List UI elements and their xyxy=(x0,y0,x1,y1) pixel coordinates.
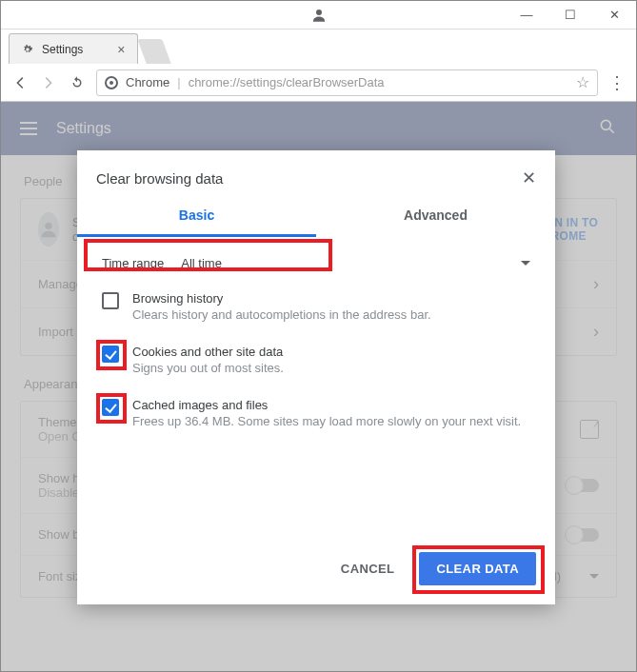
dropdown-icon xyxy=(521,261,530,266)
close-icon[interactable]: ✕ xyxy=(522,168,536,188)
option-cache: Cached images and files Frees up 36.4 MB… xyxy=(96,386,536,440)
url-path: chrome://settings/clearBrowserData xyxy=(189,75,568,89)
minimize-button[interactable]: — xyxy=(505,1,548,30)
tab-strip: Settings × xyxy=(1,30,636,64)
chrome-icon xyxy=(105,76,118,89)
new-tab-button[interactable] xyxy=(137,39,170,64)
maximize-button[interactable]: ☐ xyxy=(548,1,592,30)
tab-settings[interactable]: Settings × xyxy=(9,33,138,64)
clear-data-button[interactable]: CLEAR DATA xyxy=(419,552,536,585)
option-cookies: Cookies and other site data Signs you ou… xyxy=(96,333,536,386)
address-toolbar: Chrome | chrome://settings/clearBrowserD… xyxy=(1,64,636,102)
reload-button[interactable] xyxy=(68,73,87,92)
bookmark-star-icon[interactable]: ☆ xyxy=(576,73,589,91)
tab-close-icon[interactable]: × xyxy=(117,42,125,57)
url-protocol: Chrome xyxy=(126,75,169,89)
checkbox-cookies[interactable] xyxy=(102,346,119,363)
dialog-title: Clear browsing data xyxy=(96,170,223,187)
gear-icon xyxy=(21,43,34,56)
close-window-button[interactable]: ✕ xyxy=(592,1,636,30)
checkbox-cache[interactable] xyxy=(102,399,119,416)
time-range-label: Time range xyxy=(102,256,164,270)
time-range-row: Time range All time xyxy=(96,247,536,280)
clear-browsing-dialog: Clear browsing data ✕ Basic Advanced Tim… xyxy=(77,150,555,604)
svg-point-0 xyxy=(316,10,322,15)
checkbox-history[interactable] xyxy=(102,292,119,309)
back-button[interactable] xyxy=(10,73,30,92)
tab-basic[interactable]: Basic xyxy=(77,196,316,237)
option-browsing-history: Browsing history Clears history and auto… xyxy=(96,280,536,333)
tab-advanced[interactable]: Advanced xyxy=(316,196,555,237)
cancel-button[interactable]: CANCEL xyxy=(324,552,412,585)
browser-menu-button[interactable]: ⋮ xyxy=(607,72,627,93)
profile-icon[interactable] xyxy=(308,4,330,27)
time-range-select[interactable]: All time xyxy=(181,252,530,274)
forward-button xyxy=(39,73,58,92)
window-titlebar: — ☐ ✕ xyxy=(1,1,636,30)
tab-title: Settings xyxy=(42,43,83,56)
omnibox[interactable]: Chrome | chrome://settings/clearBrowserD… xyxy=(96,69,598,96)
